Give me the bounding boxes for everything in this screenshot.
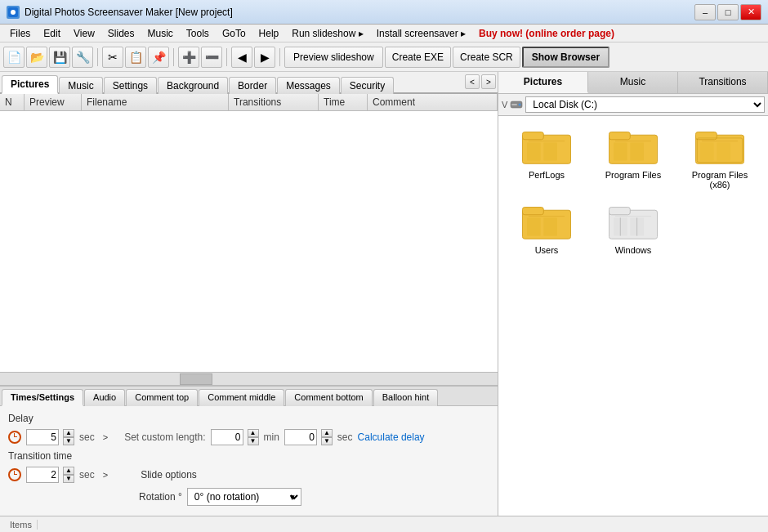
delay-label: Delay — [8, 413, 33, 424]
svg-rect-18 — [700, 142, 714, 160]
show-browser-button[interactable]: Show Browser — [522, 47, 609, 68]
btab-comment-middle[interactable]: Comment middle — [199, 389, 284, 406]
menu-goto[interactable]: GoTo — [216, 26, 252, 41]
slide-options-label: Slide options — [141, 469, 197, 481]
preview-slideshow-button[interactable]: Preview slideshow — [284, 47, 383, 68]
scrollbar-thumb[interactable] — [180, 373, 212, 385]
delay-unit-label: sec — [79, 431, 95, 443]
folder-perflogs[interactable]: PerfLogs — [507, 124, 587, 193]
menu-buy[interactable]: Buy now! (online order page) — [472, 26, 621, 41]
separator-3 — [226, 48, 227, 66]
transition-input[interactable] — [26, 467, 59, 483]
btab-comment-top[interactable]: Comment top — [126, 389, 198, 406]
tab-nav: < > — [465, 74, 496, 92]
next-button[interactable]: ▶ — [254, 47, 275, 68]
status-bar: Items — [0, 516, 768, 532]
custom-sec-label: sec — [337, 431, 353, 443]
menu-help[interactable]: Help — [252, 26, 286, 41]
bottom-tab-bar: Times/Settings Audio Comment top Comment… — [0, 387, 498, 406]
svg-point-3 — [519, 104, 521, 106]
btab-balloon[interactable]: Balloon hint — [373, 389, 439, 406]
custom-min-down[interactable]: ▼ — [248, 437, 259, 445]
main-container: Pictures Music Settings Background Borde… — [0, 72, 768, 516]
transition-unit-label: sec — [79, 469, 95, 481]
menu-slides[interactable]: Slides — [101, 26, 141, 41]
calc-delay-link[interactable]: Calculate delay — [358, 431, 425, 443]
tab-messages[interactable]: Messages — [277, 77, 340, 94]
tab-settings[interactable]: Settings — [104, 77, 157, 94]
custom-min-input[interactable] — [211, 429, 243, 445]
svg-rect-4 — [511, 104, 517, 105]
menu-edit[interactable]: Edit — [37, 26, 67, 41]
menu-files[interactable]: Files — [3, 26, 37, 41]
copy-button[interactable]: 📋 — [125, 47, 146, 68]
cut-button[interactable]: ✂ — [102, 47, 123, 68]
new-button[interactable]: 📄 — [3, 47, 25, 68]
delay-controls-row: ▲ ▼ sec > Set custom length: ▲ ▼ min — [8, 429, 489, 445]
transition-arrow[interactable]: > — [100, 469, 111, 481]
add-button[interactable]: ➕ — [178, 47, 199, 68]
maximize-button[interactable]: □ — [717, 4, 739, 20]
table-header: N Preview Filename Transitions Time Comm… — [0, 94, 498, 111]
tab-next-button[interactable]: > — [481, 74, 496, 89]
folder-windows-icon — [609, 203, 658, 242]
tab-background[interactable]: Background — [158, 77, 228, 94]
title-bar: Digital Photos Screensaver Maker [New pr… — [0, 0, 768, 25]
left-panel: Pictures Music Settings Background Borde… — [0, 72, 498, 516]
tab-security[interactable]: Security — [341, 77, 394, 94]
pictures-table: N Preview Filename Transitions Time Comm… — [0, 94, 498, 372]
svg-rect-9 — [543, 142, 557, 160]
folder-windows[interactable]: Windows — [593, 199, 673, 258]
btab-comment-bottom[interactable]: Comment bottom — [285, 389, 372, 406]
btab-audio[interactable]: Audio — [84, 389, 125, 406]
tab-pictures[interactable]: Pictures — [2, 75, 58, 94]
browser-tab-music[interactable]: Music — [588, 72, 678, 93]
properties-button[interactable]: 🔧 — [72, 47, 93, 68]
btab-times[interactable]: Times/Settings — [2, 389, 83, 406]
remove-button[interactable]: ➖ — [201, 47, 222, 68]
custom-min-up[interactable]: ▲ — [248, 429, 259, 437]
delay-up-btn[interactable]: ▲ — [63, 429, 74, 437]
browser-tab-pictures[interactable]: Pictures — [498, 72, 588, 93]
prev-button[interactable]: ◀ — [231, 47, 252, 68]
minimize-button[interactable]: – — [694, 4, 716, 20]
transition-up-btn[interactable]: ▲ — [63, 467, 74, 475]
transition-down-btn[interactable]: ▼ — [63, 475, 74, 483]
close-button[interactable]: ✕ — [740, 4, 761, 20]
rotation-row: Rotation ° 0° (no rotation) 90° 180° 270… — [139, 488, 489, 506]
tab-prev-button[interactable]: < — [465, 74, 480, 89]
tab-music[interactable]: Music — [59, 77, 102, 94]
rotation-label: Rotation ° — [139, 491, 182, 503]
svg-rect-6 — [522, 132, 543, 140]
folder-program-files-x86[interactable]: Program Files (x86) — [680, 124, 760, 193]
menu-music[interactable]: Music — [141, 26, 180, 41]
custom-sec-up[interactable]: ▲ — [321, 429, 333, 437]
custom-length-label: Set custom length: — [124, 431, 205, 443]
drive-icon — [510, 98, 523, 111]
delay-arrow[interactable]: > — [100, 431, 111, 443]
rotation-select[interactable]: 0° (no rotation) 90° 180° 270° — [187, 488, 301, 506]
menu-run-slideshow[interactable]: Run slideshow ▸ — [285, 26, 369, 41]
folder-program-files[interactable]: Program Files — [593, 124, 673, 193]
open-button[interactable]: 📂 — [26, 47, 47, 68]
create-exe-button[interactable]: Create EXE — [385, 47, 451, 68]
delay-spin-btns: ▲ ▼ — [63, 429, 74, 445]
tab-border[interactable]: Border — [229, 77, 276, 94]
custom-sec-down[interactable]: ▼ — [321, 437, 333, 445]
paste-button[interactable]: 📌 — [148, 47, 169, 68]
horizontal-scrollbar[interactable] — [0, 372, 498, 385]
save-button[interactable]: 💾 — [49, 47, 70, 68]
address-dropdown[interactable]: Local Disk (C:) — [525, 96, 765, 113]
svg-rect-22 — [522, 208, 543, 215]
create-scr-button[interactable]: Create SCR — [453, 47, 520, 68]
menu-tools[interactable]: Tools — [180, 26, 216, 41]
menu-view[interactable]: View — [67, 26, 101, 41]
custom-sec-input[interactable] — [284, 429, 317, 445]
folder-windows-label: Windows — [615, 245, 652, 255]
delay-input[interactable] — [26, 429, 59, 445]
menu-install[interactable]: Install screensaver ▸ — [370, 26, 472, 41]
folder-users[interactable]: Users — [507, 199, 587, 258]
browser-tab-transitions[interactable]: Transitions — [678, 72, 768, 93]
transition-spin-btns: ▲ ▼ — [63, 467, 74, 483]
delay-down-btn[interactable]: ▼ — [63, 437, 74, 445]
